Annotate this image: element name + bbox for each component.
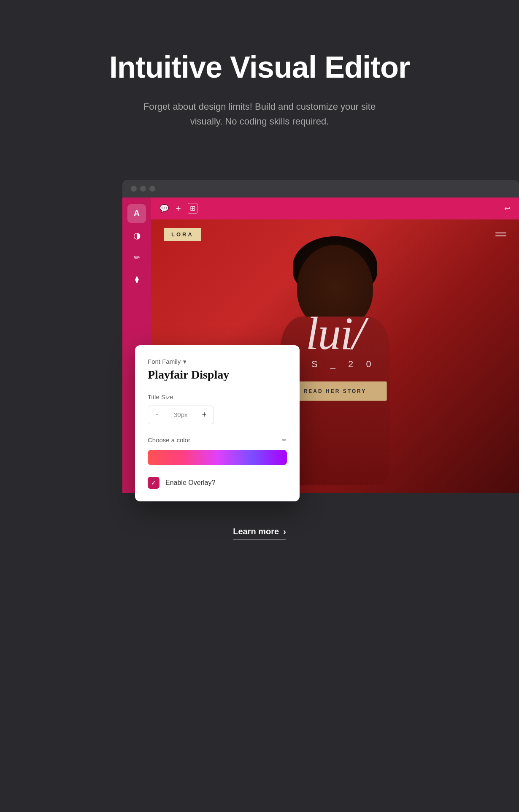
chat-icon[interactable]: 💬 (159, 204, 169, 213)
hero-section: Intuitive Visual Editor Forget about des… (0, 0, 519, 154)
color-section-label: Choose a color ✒ (148, 436, 287, 444)
text-icon: A (134, 208, 140, 218)
hero-title: Intuitive Visual Editor (17, 51, 502, 84)
eyedropper-icon[interactable]: ✒ (281, 436, 287, 444)
font-family-label: Font Family ▾ (148, 358, 287, 365)
theme-tool-button[interactable]: ◑ (127, 226, 146, 245)
choose-color-text: Choose a color (148, 436, 190, 444)
size-value-display: 30px (166, 406, 195, 424)
add-element-icon[interactable]: + (176, 203, 181, 214)
increase-size-button[interactable]: + (195, 406, 214, 424)
overlay-checkbox[interactable]: ✓ (148, 477, 159, 489)
browser-dot-3 (149, 186, 155, 192)
layout-icon[interactable]: ⊞ (188, 203, 197, 214)
browser-dot-2 (140, 186, 146, 192)
overlay-row: ✓ Enable Overlay? (148, 477, 287, 489)
brush-icon: ✏ (134, 253, 140, 262)
fill-tool-button[interactable]: ⧫ (127, 270, 146, 289)
overlay-label: Enable Overlay? (165, 479, 215, 487)
decrease-size-button[interactable]: - (148, 406, 166, 424)
learn-more-arrow-icon: › (283, 527, 286, 536)
hero-subtitle: Forget about design limits! Build and cu… (137, 99, 382, 129)
font-family-text: Font Family (148, 358, 181, 365)
font-family-dropdown-icon[interactable]: ▾ (183, 358, 187, 365)
learn-more-link[interactable]: Learn more › (233, 527, 286, 540)
browser-dot-1 (131, 186, 137, 192)
browser-mockup: A ◑ ✏ ⧫ 💬 + ⊞ ↩ (122, 180, 519, 493)
hamburger-line-1 (495, 233, 506, 233)
hamburger-menu[interactable] (495, 233, 506, 236)
browser-chrome (122, 180, 519, 198)
editor-panel: Font Family ▾ Playfair Display Title Siz… (135, 345, 300, 501)
hamburger-line-2 (495, 235, 506, 236)
learn-more-section: Learn more › (0, 493, 519, 574)
check-icon: ✓ (151, 479, 156, 486)
site-nav: LORA (151, 219, 519, 249)
learn-more-text: Learn more (233, 527, 279, 536)
brush-tool-button[interactable]: ✏ (127, 248, 146, 267)
font-family-value: Playfair Display (148, 368, 287, 382)
theme-icon: ◑ (133, 230, 141, 241)
fill-icon: ⧫ (135, 275, 139, 284)
undo-icon[interactable]: ↩ (504, 204, 511, 213)
site-logo: LORA (164, 228, 201, 241)
color-gradient-bar[interactable] (148, 450, 287, 465)
size-control: - 30px + (148, 406, 287, 424)
title-size-label: Title Size (148, 393, 287, 401)
text-tool-button[interactable]: A (127, 204, 146, 223)
editor-toolbar: 💬 + ⊞ ↩ (151, 198, 519, 219)
